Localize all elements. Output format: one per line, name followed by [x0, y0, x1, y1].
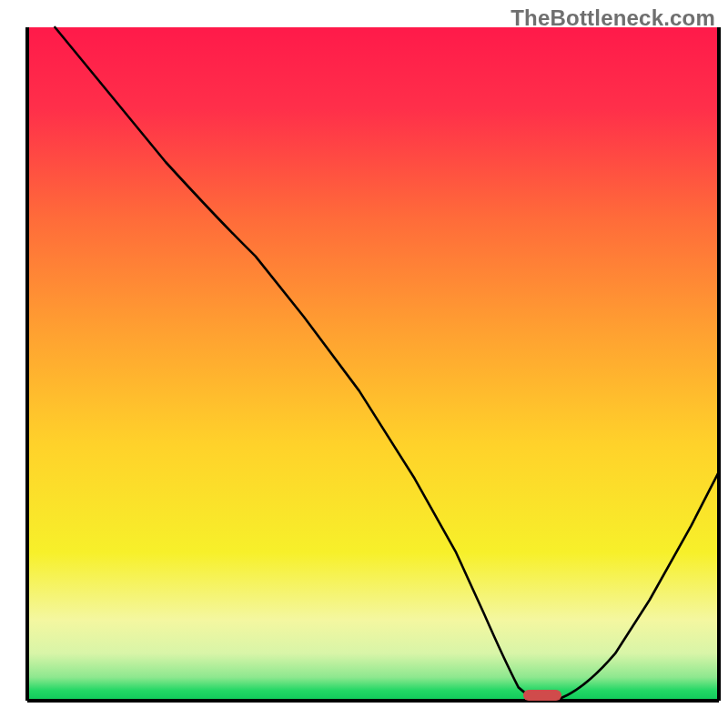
plot-background	[27, 27, 719, 701]
chart-svg	[0, 0, 728, 728]
bottleneck-chart: TheBottleneck.com	[0, 0, 728, 728]
optimal-point-marker	[523, 690, 561, 701]
watermark-text: TheBottleneck.com	[511, 5, 715, 31]
